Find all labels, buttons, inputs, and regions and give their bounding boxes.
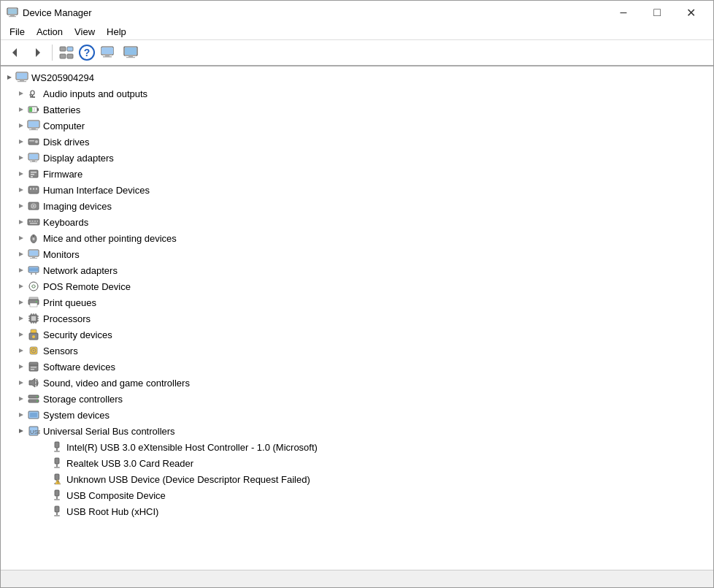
svg-rect-3	[8, 9, 17, 14]
disk-expander[interactable]	[15, 136, 27, 148]
tree-item-processors[interactable]: Processors	[1, 310, 713, 327]
usb-icon: USB	[27, 424, 40, 438]
tree-root[interactable]: WS205904294	[1, 69, 713, 85]
usb-expander[interactable]	[15, 425, 27, 437]
tree-item-usb-unknown[interactable]: ! Unknown USB Device (Device Descriptor …	[1, 471, 713, 487]
svg-marker-4	[12, 48, 17, 57]
svg-rect-55	[33, 188, 34, 190]
menu-file[interactable]: File	[4, 24, 31, 40]
tree-item-network[interactable]: Network adapters	[1, 262, 713, 278]
tree-item-system[interactable]: System devices	[1, 407, 713, 423]
tree-item-sensors[interactable]: Sensors	[1, 343, 713, 359]
tree-item-monitors[interactable]: Monitors	[1, 246, 713, 262]
help-button[interactable]: ?	[79, 45, 95, 61]
software-expander[interactable]	[15, 361, 27, 373]
close-button[interactable]: ✕	[674, 1, 707, 24]
tree-item-usb-realtek[interactable]: Realtek USB 3.0 Card Reader	[1, 455, 713, 471]
tree-item-usb-composite[interactable]: USB Composite Device	[1, 487, 713, 503]
sound-expander[interactable]	[15, 377, 27, 389]
svg-rect-7	[67, 47, 73, 51]
status-bar	[1, 570, 713, 587]
display-icon	[27, 151, 40, 164]
sensors-expander[interactable]	[15, 345, 27, 356]
tree-item-usb[interactable]: USB Universal Serial Bus controllers	[1, 423, 713, 439]
svg-rect-20	[17, 73, 27, 79]
tree-item-imaging[interactable]: Imaging devices	[1, 198, 713, 214]
hid-expander[interactable]	[15, 184, 27, 196]
print-label: Print queues	[43, 297, 96, 308]
usb-unknown-label: Unknown USB Device (Device Descriptor Re…	[66, 474, 310, 485]
sound-icon	[27, 376, 40, 389]
tree-item-software[interactable]: Software devices	[1, 359, 713, 375]
tree-item-pos[interactable]: POS Remote Device	[1, 278, 713, 294]
system-expander[interactable]	[15, 409, 27, 421]
svg-point-40	[35, 140, 38, 143]
menu-help[interactable]: Help	[101, 24, 132, 40]
audio-expander[interactable]	[15, 88, 27, 99]
tree-item-print[interactable]: Print queues	[1, 294, 713, 310]
svg-marker-33	[19, 123, 23, 128]
processors-expander[interactable]	[15, 313, 27, 324]
title-bar-left: Device Manager	[7, 7, 607, 18]
svg-marker-109	[19, 348, 23, 353]
tree-item-disk[interactable]: Disk drives	[1, 134, 713, 150]
storage-expander[interactable]	[15, 393, 27, 405]
svg-rect-15	[125, 47, 137, 55]
processor-icon	[27, 312, 40, 325]
refresh-button[interactable]	[96, 42, 118, 63]
tree-item-hid[interactable]: Human Interface Devices	[1, 182, 713, 198]
svg-rect-117	[31, 369, 34, 370]
security-icon	[27, 328, 40, 341]
mice-label: Mice and other pointing devices	[43, 233, 177, 244]
computer-label: Computer	[43, 121, 85, 131]
svg-marker-77	[19, 268, 23, 272]
svg-rect-37	[29, 129, 38, 130]
monitor-button[interactable]	[120, 42, 142, 63]
svg-rect-51	[31, 176, 33, 177]
svg-rect-46	[30, 161, 37, 162]
batteries-expander[interactable]	[15, 104, 27, 115]
tree-item-security[interactable]: Security devices	[1, 327, 713, 343]
svg-rect-146	[55, 490, 59, 496]
tree-item-keyboards[interactable]: Keyboards	[1, 214, 713, 230]
back-button[interactable]	[4, 42, 26, 63]
root-icon	[15, 71, 28, 84]
device-tree[interactable]: WS205904294 Audio inputs and outputs	[1, 66, 713, 570]
svg-rect-8	[60, 54, 66, 58]
computer-expander[interactable]	[15, 120, 27, 131]
tree-item-usb-root[interactable]: USB Root Hub (xHCI)	[1, 503, 713, 519]
print-expander[interactable]	[15, 297, 27, 308]
tree-item-computer[interactable]: Computer	[1, 118, 713, 134]
keyboards-expander[interactable]	[15, 216, 27, 228]
imaging-expander[interactable]	[15, 200, 27, 212]
monitors-expander[interactable]	[15, 248, 27, 260]
svg-rect-74	[29, 251, 38, 256]
menu-view[interactable]: View	[69, 24, 101, 40]
minimize-button[interactable]: –	[607, 1, 640, 24]
tree-item-firmware[interactable]: Firmware	[1, 166, 713, 182]
svg-rect-17	[126, 57, 135, 58]
tree-item-storage[interactable]: Storage controllers	[1, 391, 713, 407]
root-expander[interactable]	[4, 72, 15, 83]
pos-icon	[27, 280, 40, 293]
tree-item-display[interactable]: Display adapters	[1, 150, 713, 166]
display-expander[interactable]	[15, 152, 27, 164]
tree-item-batteries[interactable]: Batteries	[1, 102, 713, 118]
security-expander[interactable]	[15, 329, 27, 340]
maximize-button[interactable]: □	[640, 1, 674, 24]
tree-item-mice[interactable]: Mice and other pointing devices	[1, 230, 713, 246]
tree-item-audio[interactable]: Audio inputs and outputs	[1, 85, 713, 102]
print-icon	[27, 296, 40, 309]
mice-expander[interactable]	[15, 232, 27, 244]
tree-item-sound[interactable]: Sound, video and game controllers	[1, 375, 713, 391]
keyboards-label: Keyboards	[43, 217, 88, 228]
menu-action[interactable]: Action	[31, 24, 69, 40]
show-device-by-type-button[interactable]	[55, 42, 77, 63]
forward-button[interactable]	[27, 42, 49, 63]
tree-item-usb-intel[interactable]: Intel(R) USB 3.0 eXtensible Host Control…	[1, 439, 713, 455]
pos-expander[interactable]	[15, 280, 27, 292]
firmware-expander[interactable]	[15, 168, 27, 180]
svg-marker-52	[19, 188, 23, 192]
network-expander[interactable]	[15, 264, 27, 276]
batteries-label: Batteries	[43, 104, 80, 115]
